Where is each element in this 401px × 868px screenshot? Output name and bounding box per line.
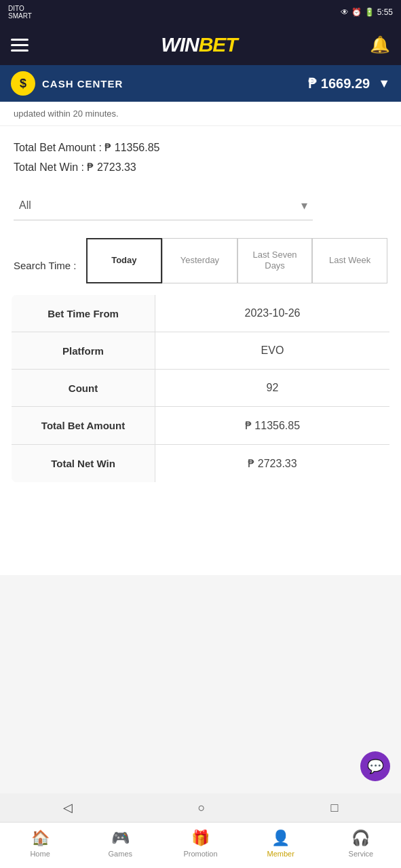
nav-item-service[interactable]: 🎧 Service [321,829,401,864]
total-bet-amount-label: Total Bet Amount [12,407,155,445]
dropdown-value: All [19,199,31,212]
table-row: Count 92 [12,370,390,407]
total-bet-value: ₱ 11356.85 [104,142,159,153]
cash-bar: $ CASH CENTER ₱ 1669.29 ▼ [0,65,401,102]
total-net-win-value: ₱ 2723.33 [155,445,390,483]
platform-label: Platform [12,332,155,370]
home-icon: 🏠 [31,829,50,847]
cash-icon: $ [11,71,35,96]
status-bar: DITO SMART 👁 ⏰ 🔋 5:55 [0,0,401,24]
nav-item-home[interactable]: 🏠 Home [0,829,80,864]
total-net-win-label: Total Net Win [12,445,155,483]
logo: WINBET [161,33,237,56]
total-bet-label: Total Bet Amount : [14,142,104,153]
total-bet-row: Total Bet Amount : ₱ 11356.85 [14,138,387,158]
last-week-button[interactable]: Last Week [312,238,387,284]
eye-icon: 👁 [341,7,349,17]
bet-table: Bet Time From 2023-10-26 Platform EVO Co… [11,294,390,483]
chevron-down-icon: ▾ [301,198,307,213]
last-seven-days-button[interactable]: Last Seven Days [237,238,313,284]
stats-section: Total Bet Amount : ₱ 11356.85 Total Net … [0,126,401,184]
home-nav-label: Home [30,850,50,858]
total-net-value: ₱ 2723.33 [87,161,136,173]
promotion-nav-label: Promotion [183,850,217,858]
notice-text: updated within 20 minutes. [14,108,119,119]
bet-time-label: Bet Time From [12,295,155,332]
total-bet-amount-value: ₱ 11356.85 [155,407,390,445]
search-time-section: Search Time : Today Yesterday Last Seven… [0,227,401,295]
carrier2-label: SMART [8,12,32,20]
bottom-nav: 🏠 Home 🎮 Games 🎁 Promotion 👤 Member 🎧 Se… [0,822,401,868]
cash-amount: ₱ 1669.29 [308,75,370,92]
nav-item-member[interactable]: 👤 Member [241,829,321,864]
logo-win: WIN [161,33,198,56]
promotion-icon: 🎁 [191,829,210,847]
dropdown-section: All ▾ [0,184,401,227]
total-net-row: Total Net Win : ₱ 2723.33 [14,158,387,178]
table-row: Platform EVO [12,332,390,370]
cash-label: CASH CENTER [42,78,123,90]
bell-icon[interactable]: 🔔 [370,35,390,54]
status-right: 👁 ⏰ 🔋 5:55 [341,7,393,17]
total-net-label: Total Net Win : [14,161,87,173]
nav-item-games[interactable]: 🎮 Games [80,829,160,864]
table-section: Bet Time From 2023-10-26 Platform EVO Co… [0,294,401,494]
games-icon: 🎮 [111,829,130,847]
alarm-icon: ⏰ [351,7,362,17]
battery-icon: 🔋 [364,7,375,17]
time-label: 5:55 [377,7,393,17]
platform-value: EVO [155,332,390,370]
recents-button[interactable]: □ [331,801,339,815]
hamburger-menu[interactable] [11,39,28,52]
service-icon: 🎧 [351,829,370,847]
table-row: Total Bet Amount ₱ 11356.85 [12,407,390,445]
member-nav-label: Member [267,850,294,858]
carrier-info: DITO SMART [8,5,32,20]
chat-bubble[interactable]: 💬 [360,751,390,781]
platform-dropdown[interactable]: All ▾ [14,191,313,220]
home-system-button[interactable]: ○ [198,801,206,815]
system-nav: ◁ ○ □ [0,793,401,822]
table-row: Bet Time From 2023-10-26 [12,295,390,332]
yesterday-button[interactable]: Yesterday [162,238,237,284]
count-label: Count [12,370,155,407]
back-button[interactable]: ◁ [63,800,73,815]
search-time-label: Search Time : [14,238,77,273]
today-button[interactable]: Today [86,238,163,284]
games-nav-label: Games [109,850,132,858]
carrier1-label: DITO [8,5,32,12]
service-nav-label: Service [349,850,374,858]
navbar: WINBET 🔔 [0,24,401,65]
notice-bar: updated within 20 minutes. [0,102,401,126]
nav-item-promotion[interactable]: 🎁 Promotion [160,829,240,864]
main-content: updated within 20 minutes. Total Bet Amo… [0,102,401,575]
logo-bet: BET [199,33,237,56]
bet-time-value: 2023-10-26 [155,295,390,332]
cash-dropdown-arrow[interactable]: ▼ [378,77,390,91]
count-value: 92 [155,370,390,407]
member-icon: 👤 [271,829,290,847]
table-row: Total Net Win ₱ 2723.33 [12,445,390,483]
time-button-group: Today Yesterday Last Seven Days Last Wee… [86,238,387,284]
